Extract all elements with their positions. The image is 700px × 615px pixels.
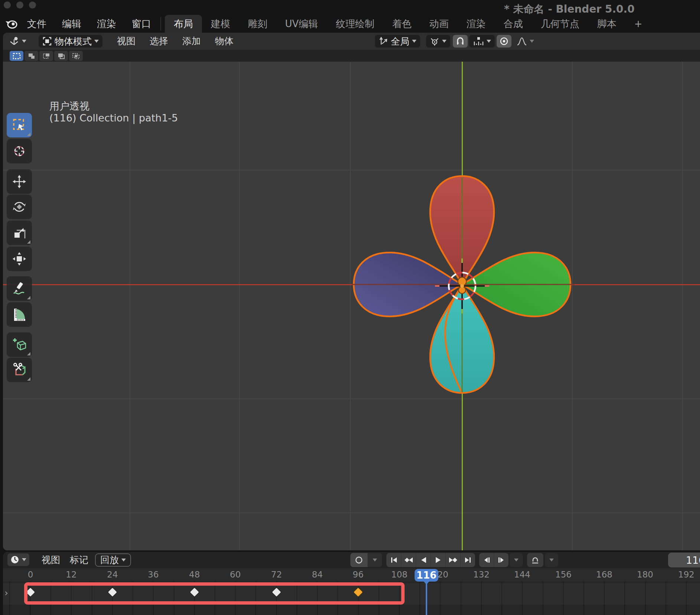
jump-to-end-button[interactable]: [460, 553, 475, 567]
editor-type-button[interactable]: [7, 35, 29, 48]
select-mode-intersect[interactable]: [69, 51, 83, 61]
tool-transform[interactable]: [7, 247, 32, 271]
chevron-down-icon: [514, 559, 519, 562]
proportional-falloff-dropdown[interactable]: [513, 35, 538, 48]
chevron-down-icon: [549, 559, 554, 562]
timeline-editor-type-button[interactable]: [7, 553, 29, 566]
mode-select-dropdown[interactable]: 物体模式: [39, 35, 102, 48]
playhead[interactable]: 116: [415, 569, 438, 582]
auto-key-button[interactable]: [350, 553, 367, 567]
chevron-down-icon: [487, 40, 491, 43]
maximize-window-button[interactable]: [29, 1, 36, 9]
channel-expand-chevron-icon[interactable]: ›: [4, 588, 8, 598]
jump-next-keyframe-button[interactable]: [445, 553, 460, 567]
ruler-label: 72: [271, 570, 282, 579]
step-back-icon: [482, 556, 491, 564]
minimize-window-button[interactable]: [16, 1, 23, 9]
tab-sculpting[interactable]: 雕刻: [239, 15, 276, 33]
current-frame-field[interactable]: 116: [668, 553, 700, 567]
annotation-highlight-box: [24, 582, 405, 605]
tab-modeling[interactable]: 建模: [202, 15, 239, 33]
playhead-line[interactable]: [426, 582, 427, 615]
ruler-label: 0: [28, 570, 33, 579]
snap-toggle-button[interactable]: [453, 35, 468, 48]
scale-icon: [12, 225, 27, 241]
timeline-menu-marker[interactable]: 标记: [63, 552, 95, 568]
keyframe-track-area[interactable]: [3, 582, 700, 615]
snap-with-icon: [473, 36, 484, 46]
magnet-icon: [455, 36, 465, 46]
tab-uv-editing[interactable]: UV编辑: [276, 15, 327, 33]
loop-icon: [531, 556, 540, 564]
step-options-dropdown[interactable]: [510, 553, 523, 567]
close-window-button[interactable]: [4, 1, 11, 9]
timeline-editor: 视图 标记 回放: [3, 552, 700, 615]
blender-logo-icon: [4, 18, 18, 29]
playback-dropdown[interactable]: 回放: [95, 553, 131, 567]
view-perspective-label: 用户透视: [49, 100, 89, 113]
ruler-label: 144: [514, 570, 530, 579]
menu-render[interactable]: 渲染: [89, 15, 124, 33]
snap-target-icon: [430, 36, 439, 46]
step-forward-button[interactable]: [494, 553, 508, 567]
timeline-menu-view[interactable]: 视图: [35, 552, 67, 568]
jump-prev-keyframe-button[interactable]: [401, 553, 416, 567]
tool-select-box[interactable]: [7, 113, 32, 137]
tool-cursor[interactable]: [7, 139, 32, 163]
step-back-button[interactable]: [479, 553, 494, 567]
tab-texture-paint[interactable]: 纹理绘制: [327, 15, 383, 33]
tab-scripting[interactable]: 脚本: [588, 15, 625, 33]
tab-animation[interactable]: 动画: [421, 15, 458, 33]
timeline-ruler[interactable]: 0 12 24 36 48 60 72 84 96 108 120 132 14…: [3, 568, 700, 582]
select-mode-extend[interactable]: [24, 51, 38, 61]
ruler-label: 168: [596, 570, 612, 579]
select-invert-icon: [57, 53, 65, 59]
proportional-editing-toggle[interactable]: [497, 35, 511, 48]
tool-annotate[interactable]: [7, 276, 32, 301]
select-mode-subtract[interactable]: [39, 51, 53, 61]
play-button[interactable]: [431, 553, 445, 567]
menu-window[interactable]: 窗口: [124, 15, 159, 33]
tool-cut[interactable]: [7, 358, 32, 382]
auto-key-dropdown[interactable]: [367, 553, 382, 567]
tab-shading[interactable]: 着色: [383, 15, 421, 33]
select-mode-group: [10, 51, 83, 61]
menu-object[interactable]: 物体: [208, 33, 241, 50]
menu-select[interactable]: 选择: [143, 33, 175, 50]
tool-move[interactable]: [7, 169, 32, 194]
menu-view[interactable]: 视图: [110, 33, 143, 50]
ruler-label: 36: [148, 570, 158, 579]
rotate-icon: [12, 199, 27, 215]
select-mode-new[interactable]: [10, 51, 23, 61]
tab-compositing[interactable]: 合成: [495, 15, 532, 33]
flower-object: [3, 62, 700, 550]
menu-file[interactable]: 文件: [19, 15, 54, 33]
menu-edit[interactable]: 编辑: [54, 15, 89, 33]
tab-add-workspace[interactable]: +: [625, 15, 651, 33]
tab-geometry-nodes[interactable]: 几何节点: [532, 15, 588, 33]
tool-rotate[interactable]: [7, 195, 32, 219]
loop-button[interactable]: [527, 553, 543, 567]
ruler-label: 24: [107, 570, 118, 579]
tool-measure[interactable]: [7, 302, 32, 327]
auto-key-group: [350, 553, 382, 567]
viewport-header: 物体模式 视图 选择 添加 物体 全局: [3, 33, 700, 50]
jump-start-icon: [389, 556, 398, 564]
play-reverse-button[interactable]: [416, 553, 431, 567]
snap-target-dropdown[interactable]: [426, 35, 450, 48]
viewport-menus: 视图 选择 添加 物体: [110, 33, 241, 50]
jump-to-start-button[interactable]: [386, 553, 401, 567]
tab-layout[interactable]: 布局: [165, 15, 202, 33]
viewport-canvas[interactable]: 用户透视 (116) Collection | path1-5: [3, 62, 700, 550]
menu-add[interactable]: 添加: [175, 33, 208, 50]
tool-add-cube[interactable]: [7, 332, 32, 357]
orientation-label: 全局: [391, 35, 409, 48]
tool-scale[interactable]: [7, 221, 32, 245]
snap-with-dropdown[interactable]: [469, 35, 495, 48]
select-mode-invert[interactable]: [54, 51, 68, 61]
annotate-pen-icon: [12, 281, 27, 296]
transform-icon: [12, 251, 27, 267]
tab-rendering[interactable]: 渲染: [458, 15, 495, 33]
transform-orientation-dropdown[interactable]: 全局: [375, 35, 420, 48]
loop-options-dropdown[interactable]: [545, 553, 558, 567]
